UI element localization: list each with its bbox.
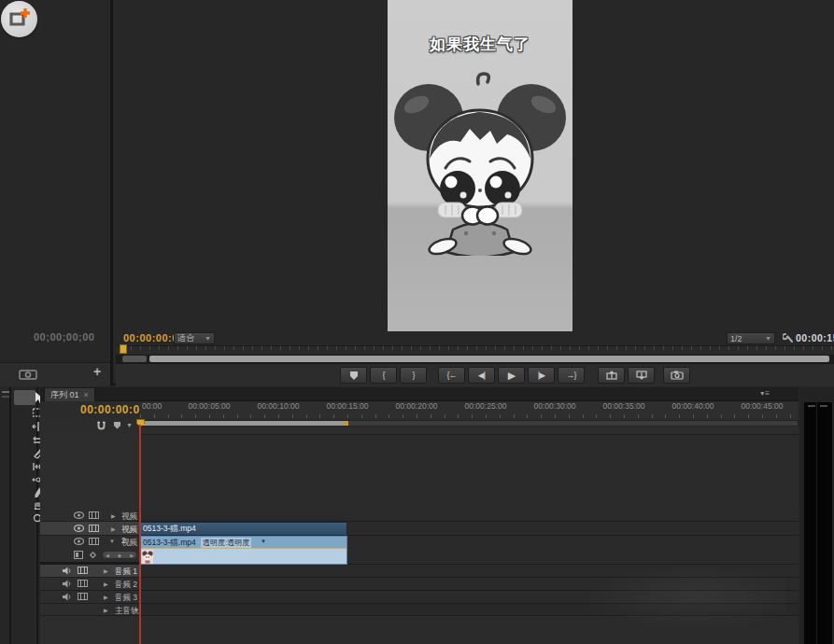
extract-button[interactable] (628, 367, 655, 384)
play-button[interactable]: ▶ (498, 367, 525, 384)
twirl-icon[interactable]: ▶ (104, 567, 108, 574)
twirl-icon[interactable]: ▶ (104, 594, 108, 600)
program-video-frame: 如果我生气了 (388, 0, 572, 331)
step-forward-button[interactable]: |▶ (528, 367, 555, 384)
cartoon-girl-illustration (391, 71, 569, 256)
source-timecode: 00;00;00;00 (34, 331, 94, 343)
go-to-out-button[interactable]: →} (558, 367, 585, 384)
export-frame-button[interactable] (663, 367, 690, 384)
watermark (563, 560, 787, 635)
meter-divider (816, 402, 817, 644)
step-back-button[interactable]: ◀| (468, 367, 495, 384)
scrollbar-thumb[interactable] (149, 356, 829, 362)
program-mini-ruler[interactable] (116, 345, 834, 354)
panel-menu-icon[interactable]: ▾≡ (760, 389, 770, 398)
export-frame-icon[interactable] (19, 369, 37, 380)
go-to-in-button[interactable]: {← (438, 367, 465, 384)
settings-wrench-icon[interactable] (783, 331, 794, 343)
playhead-line[interactable] (139, 425, 141, 644)
tools-panel (13, 387, 38, 644)
twirl-icon[interactable]: ▶ (104, 607, 108, 613)
twirl-icon[interactable]: ▶ (111, 525, 116, 532)
track-header-video-2[interactable]: ▶ 视频 2 (40, 522, 139, 536)
sync-lock-icon[interactable] (78, 593, 88, 600)
panel-grip (2, 391, 9, 393)
track-header-audio-3[interactable]: ▶ 音频 3 (40, 591, 139, 604)
prev-keyframe-icon[interactable]: ◀ (106, 553, 109, 558)
twirl-icon[interactable]: ▶ (104, 581, 108, 587)
clip-label: 0513-3-猫.mp4 (143, 524, 196, 535)
track-header-audio-2[interactable]: ▶ 音频 2 (40, 578, 139, 591)
meter-tick (820, 405, 827, 407)
snap-magnet-icon[interactable] (96, 421, 106, 431)
timeline-ruler[interactable]: 00:00 00:00:05:00 00:00:10:00 00:00:15:0… (140, 401, 799, 419)
keyframe-navigator[interactable]: ◀ ◆ ▶ (102, 551, 137, 559)
set-display-style-icon[interactable] (74, 551, 83, 559)
video-caption: 如果我生气了 (388, 34, 572, 55)
add-keyframe-icon[interactable]: ◆ (118, 553, 121, 558)
toggle-track-audio-icon[interactable] (63, 593, 71, 601)
transport-bar: { } {← ◀| ▶ |▶ →} (116, 363, 834, 386)
program-pane: 如果我生气了 (116, 0, 834, 385)
scrollbar-left-cap[interactable] (122, 356, 147, 362)
ruler-tick: 00:00:35:00 (596, 401, 652, 411)
ruler-tick: 00:00:45:00 (734, 401, 790, 411)
sync-lock-icon[interactable] (89, 538, 99, 545)
timeline-tabbar: 序列 01 × ▾≡ (40, 387, 799, 401)
program-playhead-grip[interactable] (120, 344, 127, 354)
sync-lock-icon[interactable] (78, 580, 88, 587)
toggle-track-output-icon[interactable] (74, 538, 84, 545)
track-label: 音频 2 (115, 580, 137, 591)
show-keyframes-icon[interactable] (89, 551, 97, 559)
toggle-track-audio-icon[interactable] (63, 567, 71, 575)
clip-title-bar: 0513-3-猫.mp4 透明度:透明度 ▼ (141, 537, 347, 548)
set-marker-icon[interactable] (113, 422, 121, 429)
workarea-end-handle[interactable] (344, 421, 348, 426)
opacity-rubber-band[interactable] (141, 548, 347, 549)
sync-lock-icon[interactable] (89, 525, 99, 532)
audio-meter (804, 402, 832, 644)
ruler-tick: 00:00:10:00 (250, 401, 306, 411)
add-button[interactable]: + (93, 364, 101, 379)
master-meter-toggle-icon[interactable]: ◂▸ (134, 606, 137, 612)
clip-video-1[interactable]: 0513-3-猫.mp4 透明度:透明度 ▼ (140, 536, 347, 565)
track-header-video-3[interactable]: ▶ 视频 3 (40, 510, 139, 522)
track-header-video-1[interactable]: ▼ 视频 1 (40, 536, 139, 549)
workarea-bar[interactable] (141, 421, 348, 426)
next-keyframe-icon[interactable]: ▶ (130, 553, 134, 558)
screen-capture-overlay-icon[interactable] (1, 1, 37, 37)
workarea-track[interactable] (140, 420, 799, 427)
lift-button[interactable] (598, 367, 625, 384)
track-header-master[interactable]: ▶ 主音轨 ◂▸ (40, 604, 139, 616)
lane-video-3[interactable] (140, 510, 799, 522)
audio-meter-panel (800, 387, 834, 644)
sync-lock-icon[interactable] (89, 511, 99, 519)
mark-out-button[interactable]: } (400, 367, 427, 384)
left-edge-strip (0, 387, 11, 644)
toggle-track-output-icon[interactable] (74, 511, 84, 519)
sync-lock-icon[interactable] (78, 567, 88, 574)
mark-in-button[interactable]: { (370, 367, 397, 384)
workarea-row: ▼ (40, 418, 799, 435)
toggle-track-audio-icon[interactable] (63, 580, 71, 588)
ruler-tick: 00:00 (142, 401, 162, 411)
clip-effect-label[interactable]: 透明度:透明度 (201, 538, 251, 548)
chevron-down-icon: ▼ (205, 335, 211, 342)
twirl-icon[interactable]: ▼ (109, 539, 115, 544)
ruler-tick: 00:00:20:00 (389, 401, 445, 411)
timeline-timecode[interactable]: 00:00:00:00 (80, 403, 147, 416)
playback-resolution-select[interactable]: 1/2▼ (727, 332, 775, 344)
marker-menu-caret-icon[interactable]: ▼ (126, 422, 133, 428)
program-scrollbar[interactable] (116, 355, 834, 363)
zoom-level-select[interactable]: 适合▼ (174, 332, 215, 344)
clip-video-2[interactable]: 0513-3-猫.mp4 (140, 522, 347, 536)
monitor-section: 00;00;00;00 + 如果我生气了 (0, 0, 834, 385)
effect-caret-icon[interactable]: ▼ (261, 539, 266, 544)
twirl-icon[interactable]: ▶ (111, 512, 116, 519)
track-header-audio-1[interactable]: ▶ 音频 1 (40, 565, 139, 578)
add-marker-button[interactable] (340, 367, 367, 384)
toggle-track-output-icon[interactable] (74, 525, 84, 532)
ruler-tick: 00:00:40:00 (665, 401, 721, 411)
tab-close-icon[interactable]: × (84, 390, 89, 399)
tab-sequence-01[interactable]: 序列 01 × (44, 387, 95, 401)
